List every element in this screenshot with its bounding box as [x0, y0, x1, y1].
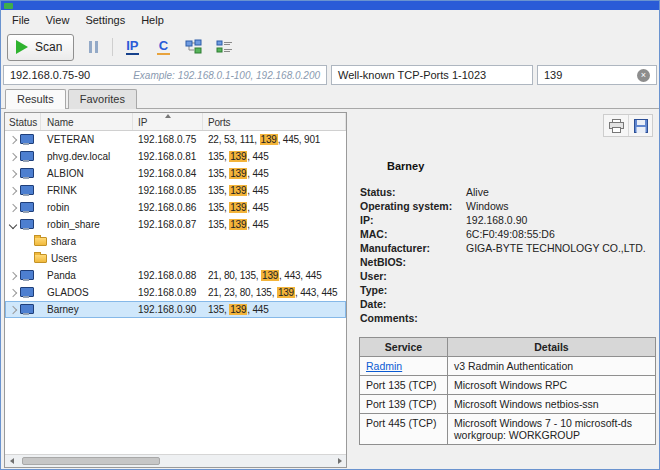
scrollbar-thumb[interactable]: [22, 457, 160, 465]
shared-folder-row[interactable]: Users: [5, 250, 346, 267]
list-view-icon: [216, 39, 234, 55]
result-row-veteran[interactable]: VETERAN192.168.0.7522, 53, 111, 139, 445…: [5, 131, 346, 148]
matched-port-highlight: 139: [229, 168, 247, 179]
tab-favorites[interactable]: Favorites: [68, 89, 137, 109]
detail-field-value: [466, 311, 653, 325]
toolbar: Scan IP C: [1, 30, 659, 64]
column-header-name[interactable]: Name: [41, 113, 133, 130]
save-icon: [634, 119, 648, 133]
service-details: v3 Radmin Authentication: [448, 357, 656, 376]
ports-preset-input[interactable]: Well-known TCP-Ports 1-1023: [331, 65, 533, 85]
print-button[interactable]: [604, 115, 628, 136]
app-icon: [4, 3, 13, 9]
expand-arrow-icon[interactable]: [9, 203, 17, 211]
column-header-ports[interactable]: Ports: [203, 113, 346, 130]
detail-field-value: [466, 255, 653, 269]
host-ip: 192.168.0.85: [133, 185, 203, 196]
menu-settings[interactable]: Settings: [77, 11, 133, 29]
scan-inputs-row: 192.168.0.75-90 Example: 192.168.0.1-100…: [1, 64, 659, 89]
result-row-frink[interactable]: FRINK192.168.0.85135, 139, 445: [5, 182, 346, 199]
host-name: phvg.dev.local: [41, 151, 133, 162]
expand-arrow-icon[interactable]: [9, 186, 17, 194]
save-button[interactable]: [628, 115, 652, 136]
detail-field-value: [466, 297, 653, 311]
service-details: Microsoft Windows RPC: [448, 376, 656, 395]
menu-help[interactable]: Help: [133, 11, 172, 29]
services-header-service: Service: [360, 338, 448, 357]
host-ports: 135, 139, 445: [203, 151, 346, 162]
matched-port-highlight: 139: [229, 304, 247, 315]
expand-arrow-icon[interactable]: [9, 305, 17, 313]
host-ip: 192.168.0.90: [133, 304, 203, 315]
computer-icon: [20, 219, 33, 231]
expand-arrow-icon[interactable]: [9, 288, 17, 296]
expand-arrow-icon[interactable]: [9, 135, 17, 143]
menu-file[interactable]: File: [4, 11, 38, 29]
class-c-subnet-button[interactable]: C: [151, 34, 175, 60]
host-name: FRINK: [41, 185, 133, 196]
view-options-button[interactable]: [213, 34, 237, 60]
horizontal-scrollbar[interactable]: [5, 454, 346, 467]
expand-arrow-icon[interactable]: [9, 152, 17, 160]
scrollbar-track[interactable]: [18, 455, 333, 467]
column-header-status[interactable]: Status: [5, 113, 41, 130]
clear-filter-button[interactable]: ×: [637, 69, 650, 82]
result-row-glados[interactable]: GLADOS192.168.0.8921, 23, 80, 135, 139, …: [5, 284, 346, 301]
menu-view[interactable]: View: [38, 11, 78, 29]
matched-port-highlight: 139: [229, 202, 247, 213]
detail-field-label: Operating system:: [360, 199, 466, 213]
scroll-right-arrow[interactable]: [333, 455, 346, 467]
host-ip: 192.168.0.81: [133, 151, 203, 162]
host-ip: 192.168.0.86: [133, 202, 203, 213]
host-ip: 192.168.0.88: [133, 270, 203, 281]
ip-range-input[interactable]: 192.168.0.75-90 Example: 192.168.0.1-100…: [3, 65, 327, 85]
result-row-robin[interactable]: robin192.168.0.86135, 139, 445: [5, 199, 346, 216]
result-row-phvg.dev.local[interactable]: phvg.dev.local192.168.0.81135, 139, 445: [5, 148, 346, 165]
service-details: Microsoft Windows netbios-ssn: [448, 395, 656, 414]
host-name: Panda: [41, 270, 133, 281]
detail-field-label: Status:: [360, 185, 466, 199]
service-row: Port 135 (TCP)Microsoft Windows RPC: [360, 376, 656, 395]
detail-field-label: Manufacturer:: [360, 241, 466, 255]
computer-icon: [20, 151, 33, 163]
expand-arrow-icon[interactable]: [9, 271, 17, 279]
matched-port-highlight: 139: [229, 151, 247, 162]
service-row: Radminv3 Radmin Authentication: [360, 357, 656, 376]
network-tree-button[interactable]: [182, 34, 206, 60]
scan-button[interactable]: Scan: [7, 34, 74, 61]
host-name: ALBION: [41, 168, 133, 179]
port-filter-value: 139: [544, 69, 562, 81]
host-name: Barney: [41, 304, 133, 315]
title-bar[interactable]: [1, 1, 659, 10]
tab-results[interactable]: Results: [5, 89, 66, 109]
pause-button[interactable]: [81, 34, 105, 60]
menu-bar: FileViewSettingsHelp: [1, 10, 659, 30]
result-row-panda[interactable]: Panda192.168.0.8821, 80, 135, 139, 443, …: [5, 267, 346, 284]
computer-icon: [20, 287, 33, 299]
shared-folder-row[interactable]: shara: [5, 233, 346, 250]
computer-icon: [20, 134, 33, 146]
ip-range-hint: Example: 192.168.0.1-100, 192.168.0.200: [133, 70, 320, 81]
matched-port-highlight: 139: [277, 287, 295, 298]
details-panel: Barney Status:AliveOperating system:Wind…: [352, 112, 657, 468]
detail-field-value: 192.168.0.90: [466, 213, 653, 227]
column-header-ip[interactable]: IP: [133, 113, 203, 130]
scroll-left-arrow[interactable]: [5, 455, 18, 467]
port-filter-input[interactable]: 139 ×: [537, 65, 657, 85]
main-area: StatusNameIPPorts VETERAN192.168.0.7522,…: [1, 109, 659, 470]
host-name: VETERAN: [41, 134, 133, 145]
computer-icon: [20, 202, 33, 214]
result-row-albion[interactable]: ALBION192.168.0.84135, 139, 445: [5, 165, 346, 182]
expand-arrow-icon[interactable]: [9, 169, 17, 177]
host-ports: 135, 139, 445: [203, 168, 346, 179]
host-ip: 192.168.0.75: [133, 134, 203, 145]
collapse-arrow-icon[interactable]: [9, 220, 17, 228]
pause-icon: [89, 41, 98, 53]
ip-tools-button[interactable]: IP: [120, 34, 144, 60]
ip-icon: IP: [126, 39, 138, 55]
detail-field-value: 6C:F0:49:08:55:D6: [466, 227, 653, 241]
service-link[interactable]: Radmin: [366, 360, 402, 372]
detail-field-value: GIGA-BYTE TECHNOLOGY CO.,LTD.: [466, 241, 653, 255]
result-row-robin_share[interactable]: robin_share192.168.0.87135, 139, 445: [5, 216, 346, 233]
result-row-barney[interactable]: Barney192.168.0.90135, 139, 445: [5, 301, 346, 318]
